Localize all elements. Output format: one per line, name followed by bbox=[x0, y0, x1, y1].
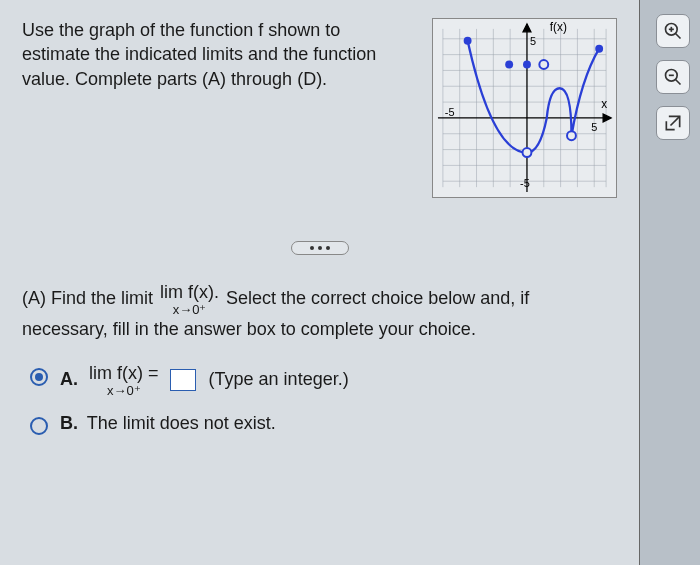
svg-point-28 bbox=[464, 37, 472, 45]
svg-line-35 bbox=[676, 34, 681, 39]
choice-a[interactable]: A. lim f(x) = x→0⁺ (Type an integer.) bbox=[30, 364, 617, 397]
external-link-icon bbox=[663, 113, 683, 133]
svg-point-33 bbox=[567, 131, 576, 140]
svg-point-31 bbox=[523, 148, 532, 157]
y-axis-label: f(x) bbox=[550, 20, 567, 34]
svg-text:-5: -5 bbox=[445, 106, 455, 118]
choice-a-limit: lim f(x) = x→0⁺ bbox=[89, 364, 159, 397]
section-divider[interactable] bbox=[22, 236, 617, 255]
radio-choice-b[interactable] bbox=[30, 417, 48, 435]
svg-point-32 bbox=[539, 60, 548, 69]
svg-point-29 bbox=[595, 45, 603, 53]
problem-instructions: Use the graph of the function f shown to… bbox=[22, 18, 412, 91]
svg-text:-5: -5 bbox=[520, 177, 530, 189]
svg-marker-20 bbox=[603, 114, 611, 122]
choice-b-letter: B. bbox=[60, 413, 78, 433]
zoom-out-icon bbox=[663, 67, 683, 87]
radio-choice-a[interactable] bbox=[30, 368, 48, 386]
x-axis-label: x bbox=[601, 97, 607, 111]
function-graph: -5 5 5 -5 f(x) x bbox=[432, 18, 617, 198]
zoom-in-icon bbox=[663, 21, 683, 41]
choice-a-hint: (Type an integer.) bbox=[209, 369, 349, 389]
svg-point-30 bbox=[505, 61, 513, 69]
ellipsis-icon bbox=[291, 241, 349, 255]
open-external-button[interactable] bbox=[656, 106, 690, 140]
part-a-prompt-pre: (A) Find the limit bbox=[22, 288, 158, 308]
svg-marker-22 bbox=[523, 24, 531, 32]
svg-text:5: 5 bbox=[591, 121, 597, 133]
zoom-in-button[interactable] bbox=[656, 14, 690, 48]
answer-input[interactable] bbox=[170, 369, 196, 391]
choice-b-text: The limit does not exist. bbox=[87, 413, 276, 433]
choice-a-letter: A. bbox=[60, 369, 78, 389]
zoom-out-button[interactable] bbox=[656, 60, 690, 94]
choice-b[interactable]: B. The limit does not exist. bbox=[30, 413, 617, 435]
svg-line-39 bbox=[676, 80, 681, 85]
svg-text:5: 5 bbox=[530, 35, 536, 47]
svg-point-27 bbox=[523, 61, 531, 69]
limit-notation: lim f(x). x→0⁺ bbox=[160, 283, 219, 316]
